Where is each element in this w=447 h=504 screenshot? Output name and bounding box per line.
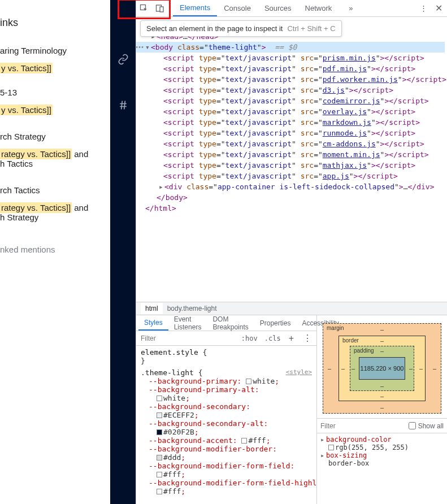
subheading: aring Terminology (0, 46, 110, 55)
list-item[interactable]: rategy vs. Tactics]] andh Strategy (0, 203, 110, 222)
tab-console[interactable]: Console (217, 0, 258, 16)
subtab-properties[interactable]: Properties (254, 315, 297, 331)
list-item[interactable]: rategy vs. Tactics]] andh Tactics (0, 149, 110, 168)
styles-body[interactable]: element.style { } .theme-light {<style> … (136, 346, 316, 504)
separator (170, 3, 171, 14)
bottom-pane: Styles Event Listeners DOM Breakpoints P… (136, 315, 447, 504)
section-collapsed[interactable]: nked mentions (0, 245, 110, 254)
css-property[interactable]: --background-secondary:#ECEFF2; (149, 402, 312, 419)
dom-node[interactable]: <script type="text/javascript" src="mark… (142, 117, 445, 128)
bm-content: 1185.220 × 900 (359, 357, 405, 380)
new-rule-button[interactable]: + (284, 333, 298, 344)
styles-more-icon[interactable]: ⋮ (298, 333, 316, 344)
rule-theme-light[interactable]: .theme-light {<style> (141, 368, 312, 377)
computed-pane: margin – – – – border – – – – padding – (317, 315, 447, 504)
computed-filter-input[interactable] (320, 422, 409, 430)
list-item[interactable]: y vs. Tactics]] (0, 63, 110, 73)
dom-tree: <html> ▸<head>…</head> ▾<body class="the… (136, 17, 447, 216)
close-icon[interactable]: ✕ (435, 3, 442, 14)
dom-node[interactable]: <script type="text/javascript" src="d3.j… (142, 85, 445, 95)
app-left-sliver: inks aring Terminology y vs. Tactics]] 5… (0, 0, 136, 504)
dom-node[interactable]: <script type="text/javascript" src="app.… (142, 171, 445, 181)
dom-node[interactable]: <script type="text/javascript" src="math… (142, 160, 445, 171)
dom-node[interactable]: <script type="text/javascript" src="code… (142, 95, 445, 106)
crumb[interactable]: body.theme-light (163, 303, 222, 314)
css-property[interactable]: --background-primary-alt:white; (149, 385, 312, 402)
link-hl: rategy vs. Tactics]] (0, 202, 72, 213)
breadcrumb: html body.theme-light (136, 302, 447, 315)
styles-pane: Styles Event Listeners DOM Breakpoints P… (136, 315, 317, 504)
computed-property[interactable]: ▸background-colorrgb(255, 255, 255) (320, 436, 444, 451)
hash-icon[interactable] (118, 99, 129, 112)
devtools-toolbar: Elements Console Sources Network » ⋮ ✕ (136, 0, 447, 17)
inspect-tooltip: Select an element in the page to inspect… (140, 20, 342, 37)
dom-node[interactable]: </html> (142, 203, 445, 214)
tab-elements[interactable]: Elements (173, 0, 217, 16)
css-property[interactable]: --background-secondary-alt:#020F2B; (149, 419, 312, 436)
elements-panel[interactable]: <html> ▸<head>…</head> ▾<body class="the… (136, 17, 447, 302)
devtools: Elements Console Sources Network » ⋮ ✕ <… (136, 0, 447, 504)
dom-node[interactable]: <script type="text/javascript" src="cm-a… (142, 138, 445, 149)
tabs-overflow[interactable]: » (342, 0, 359, 16)
dom-node[interactable]: <script type="text/javascript" src="runm… (142, 128, 445, 138)
dom-node[interactable]: <script type="text/javascript" src="over… (142, 106, 445, 117)
css-property[interactable]: --background-accent: #fff; (149, 436, 312, 445)
list-item[interactable]: y vs. Tactics]] (0, 105, 110, 115)
date-divider: 5-13 (0, 88, 110, 97)
crumb[interactable]: html (141, 303, 163, 314)
inspect-element-button[interactable] (136, 0, 152, 17)
backlinks-pane: inks aring Terminology y vs. Tactics]] 5… (0, 0, 110, 254)
subtab-styles[interactable]: Styles (138, 315, 168, 331)
styles-filter-bar: :hov .cls + ⋮ (136, 331, 316, 346)
kbd-shortcut: Ctrl + Shift + C (287, 24, 335, 33)
tab-sources[interactable]: Sources (258, 0, 298, 16)
panel-tabs: Elements Console Sources Network » (173, 0, 360, 16)
computed-property[interactable]: ▸box-sizingborder-box (320, 451, 444, 467)
subtab-event-listeners[interactable]: Event Listeners (168, 315, 207, 331)
dom-node[interactable]: <script type="text/javascript" src="pris… (142, 53, 445, 63)
kebab-menu-icon[interactable]: ⋮ (420, 4, 427, 12)
computed-list[interactable]: ▸background-colorrgb(255, 255, 255)▸box-… (317, 433, 447, 470)
css-property[interactable]: --background-primary: white; (149, 377, 312, 385)
link-hl: y vs. Tactics]] (0, 105, 53, 115)
tab-network[interactable]: Network (298, 0, 339, 16)
link-hl: rategy vs. Tactics]] (0, 149, 72, 159)
css-property[interactable]: --background-modifier-border:#ddd; (149, 445, 312, 462)
css-property[interactable]: --background-modifier-form-field:#fff; (149, 462, 312, 479)
cls-toggle[interactable]: .cls (261, 334, 284, 342)
styles-filter-input[interactable] (136, 334, 238, 342)
dom-node[interactable]: <script type="text/javascript" src="pdf.… (142, 63, 445, 74)
box-model[interactable]: margin – – – – border – – – – padding – (317, 315, 447, 419)
dom-node[interactable]: ▸<div class="app-container is-left-sided… (142, 181, 445, 192)
dom-node[interactable]: </body> (142, 192, 445, 203)
show-all-checkbox[interactable] (409, 422, 416, 429)
subheading: rch Strategy (0, 132, 110, 141)
css-property[interactable]: --background-modifier-form-field-highlig… (149, 479, 312, 496)
dom-node-selected[interactable]: ▾<body class="theme-light"> == $0 (136, 42, 445, 53)
styles-subtabs: Styles Event Listeners DOM Breakpoints P… (136, 315, 316, 331)
dom-node[interactable]: <script type="text/javascript" src="mome… (142, 149, 445, 160)
link-icon[interactable] (118, 54, 129, 67)
svg-rect-2 (160, 7, 163, 12)
computed-filter-bar: Show all (317, 419, 447, 433)
section-heading: inks (0, 17, 110, 29)
app-ribbon (110, 0, 136, 504)
rule-element-style[interactable]: element.style { (141, 348, 312, 357)
hov-toggle[interactable]: :hov (238, 334, 261, 342)
subheading: rch Tactics (0, 185, 110, 195)
subtab-dom-breakpoints[interactable]: DOM Breakpoints (207, 315, 254, 331)
device-toolbar-button[interactable] (152, 0, 168, 17)
rule-origin[interactable]: <style> (286, 368, 312, 376)
link-hl: y vs. Tactics]] (0, 63, 53, 73)
dom-node[interactable]: <script type="text/javascript" src="pdf.… (142, 74, 445, 85)
show-all-toggle[interactable]: Show all (409, 422, 444, 430)
